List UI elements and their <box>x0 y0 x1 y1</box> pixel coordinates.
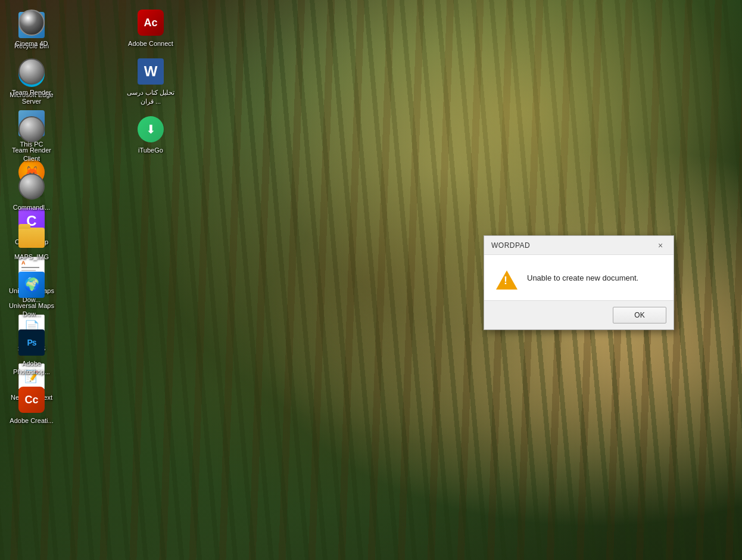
commandl-label: Commandl... <box>13 203 50 211</box>
photoshop-label: Adobe Photoshop... <box>7 359 56 377</box>
desktop-icon-team-render-server[interactable]: Team Render Server <box>5 54 58 109</box>
desktop-icon-adobe-creative[interactable]: Cc Adobe Creati... <box>5 382 58 428</box>
ok-button[interactable]: OK <box>613 307 666 323</box>
desktop-icon-adobe-connect[interactable]: Ac Adobe Connect <box>124 5 177 51</box>
team-render-server-label: Team Render Server <box>7 88 56 105</box>
icon-col-2: Cinema 4D Team Render Server Team Render… <box>0 0 63 434</box>
desktop-icon-itubego[interactable]: ⬇ iTubeGo <box>124 111 177 158</box>
maps-img-label: MAPS_IMG <box>14 253 49 261</box>
desktop-icon-word-doc[interactable]: W تحلیل کتاب درسی قران ... <box>124 54 177 109</box>
universal-maps-label: Universal Maps Dow... <box>7 301 56 319</box>
dialog-title: WORDPAD <box>491 241 530 250</box>
warning-icon <box>496 269 517 291</box>
warning-triangle <box>496 270 517 290</box>
dialog-message: Unable to create new document. <box>527 269 638 284</box>
dialog-close-button[interactable]: × <box>654 239 666 251</box>
desktop-icon-team-render-client[interactable]: Team Render Client <box>5 111 58 167</box>
desktop-icon-commandl[interactable]: Commandl... <box>5 169 58 215</box>
team-render-client-label: Team Render Client <box>7 146 56 163</box>
word-doc-label: تحلیل کتاب درسی قران ... <box>126 88 175 105</box>
dialog-footer: OK <box>484 300 674 329</box>
desktop-icon-universal-maps[interactable]: 🌍 Universal Maps Dow... <box>5 267 58 322</box>
dialog-body: Unable to create new document. <box>484 255 674 300</box>
icon-col-3: Ac Adobe Connect W تحلیل کتاب درسی قران … <box>119 0 182 163</box>
dialog-titlebar: WORDPAD × <box>484 236 674 255</box>
cinema4d-label: Cinema 4D <box>15 39 48 48</box>
itubego-label: iTubeGo <box>138 146 163 154</box>
adobe-connect-label: Adobe Connect <box>128 39 173 48</box>
wordpad-dialog: WORDPAD × Unable to create new document.… <box>484 235 674 330</box>
desktop-icon-maps-img[interactable]: MAPS_IMG <box>5 218 58 265</box>
adobe-creative-label: Adobe Creati... <box>10 416 53 425</box>
desktop-icon-photoshop[interactable]: Ps Adobe Photoshop... <box>5 325 58 380</box>
desktop-icon-cinema4d[interactable]: Cinema 4D <box>5 5 58 51</box>
